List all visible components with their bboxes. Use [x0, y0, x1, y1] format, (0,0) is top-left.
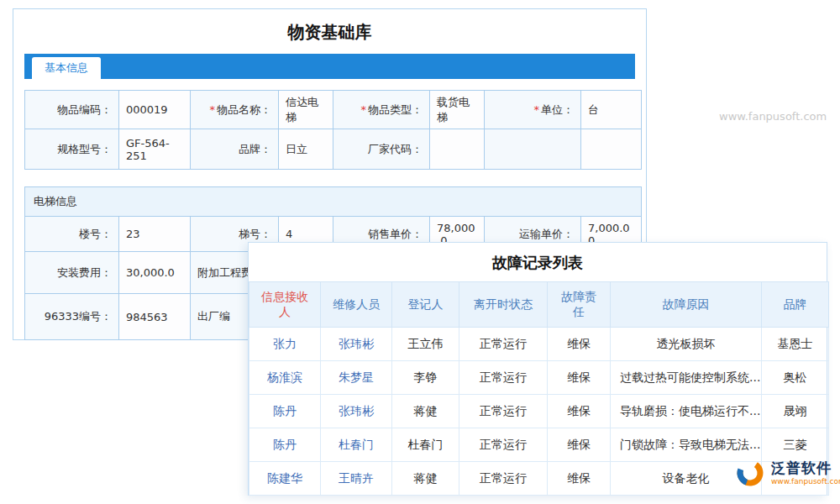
repairer-link[interactable]: 杜春门	[321, 428, 392, 462]
basic-row-1: 物品编码： 000019 *物品名称： 信达电梯 *物品类型： 载货电梯 *单位…	[25, 91, 642, 129]
code96333-label: 96333编号：	[25, 294, 119, 340]
leave-status-cell: 正常运行	[459, 462, 548, 496]
col-header-responsibility: 故障责任	[548, 282, 611, 328]
brand-cell: 晟翊	[762, 395, 829, 428]
elevator-section-title: 电梯信息	[25, 187, 642, 217]
cause-cell: 导轨磨损：使电梯运行不...	[611, 395, 762, 428]
spec-model-label: 规格型号：	[25, 129, 119, 170]
vendor-code-label: 厂家代码：	[333, 129, 430, 170]
repairer-link[interactable]: 张玮彬	[321, 395, 392, 428]
col-header-brand: 品牌	[762, 282, 829, 328]
fault-row: 杨淮滨 朱梦星 李铮 正常运行 维保 过载过热可能使控制系统... 奥松	[249, 361, 829, 395]
watermark-text: www.fanpusoft.com	[719, 110, 827, 123]
label-text: 安装费用：	[57, 266, 112, 279]
label-text: 单位：	[541, 103, 574, 116]
tab-basic-info[interactable]: 基本信息	[32, 57, 101, 79]
cause-cell: 过载过热可能使控制系统...	[611, 361, 762, 395]
label-text: 规格型号：	[57, 143, 112, 155]
col-header-receiver: 信息接收人	[249, 282, 321, 328]
label-text: 梯号：	[239, 228, 271, 240]
basic-row-2: 规格型号： GF-564-251 品牌： 日立 厂家代码：	[25, 129, 642, 170]
responsibility-cell: 维保	[548, 361, 611, 395]
col-header-registrar: 登记人	[392, 282, 459, 328]
brand-site: www.fanpusoft.com	[771, 477, 840, 486]
required-marker: *	[210, 103, 216, 116]
required-marker: *	[534, 103, 540, 116]
spec-model-value: GF-564-251	[119, 129, 191, 170]
elevator-section-header: 电梯信息	[25, 187, 642, 217]
install-fee-value: 30,000.0	[119, 252, 191, 294]
leave-status-cell: 正常运行	[459, 395, 548, 428]
required-marker: *	[361, 103, 367, 116]
receiver-link[interactable]: 张力	[249, 328, 321, 361]
fanpu-logo-icon	[734, 457, 766, 489]
label-text: 厂家代码：	[368, 143, 423, 155]
leave-status-cell: 正常运行	[459, 328, 548, 361]
item-type-label: *物品类型：	[333, 91, 430, 129]
repairer-link[interactable]: 张玮彬	[321, 328, 392, 361]
responsibility-cell: 维保	[548, 428, 611, 462]
label-text: 物品类型：	[368, 103, 423, 116]
label-text: 物品名称：	[217, 103, 271, 116]
unit-label: *单位：	[485, 91, 581, 129]
col-header-leave-status: 离开时状态	[459, 282, 548, 328]
unit-value: 台	[581, 91, 642, 129]
label-text: 楼号：	[79, 228, 112, 240]
material-panel-title: 物资基础库	[13, 9, 646, 54]
fanpu-logo: 泛普软件 www.fanpusoft.com	[734, 457, 840, 489]
empty-label-cell	[485, 129, 581, 170]
brand-name: 泛普软件	[771, 460, 840, 477]
responsibility-cell: 维保	[548, 462, 611, 496]
label-text: 品牌：	[239, 143, 271, 155]
receiver-link[interactable]: 陈丹	[249, 395, 321, 428]
registrar-cell: 李铮	[392, 361, 459, 395]
empty-value-cell	[581, 129, 642, 170]
fault-table-header-row: 信息接收人 维修人员 登记人 离开时状态 故障责任 故障原因 品牌	[249, 282, 829, 328]
cause-cell: 透光板损坏	[611, 328, 762, 361]
building-no-label: 楼号：	[25, 217, 119, 252]
basic-info-table: 物品编码： 000019 *物品名称： 信达电梯 *物品类型： 载货电梯 *单位…	[24, 90, 642, 170]
label-text: 96333编号：	[45, 310, 112, 323]
registrar-cell: 王立伟	[392, 328, 459, 361]
item-type-value: 载货电梯	[430, 91, 485, 129]
label-text: 运输单价：	[519, 228, 574, 240]
label-text: 物品编码：	[57, 103, 112, 116]
brand-value: 日立	[279, 129, 333, 170]
responsibility-cell: 维保	[548, 328, 611, 361]
responsibility-cell: 维保	[548, 395, 611, 428]
repairer-link[interactable]: 王晴卉	[321, 462, 392, 496]
registrar-cell: 蒋健	[392, 395, 459, 428]
material-tabbar: 基本信息	[24, 54, 635, 79]
label-text: 销售单价：	[368, 228, 423, 240]
fault-panel-title: 故障记录列表	[249, 243, 827, 281]
item-name-value: 信达电梯	[279, 91, 333, 129]
receiver-link[interactable]: 陈丹	[249, 428, 321, 462]
fault-row: 张力 张玮彬 王立伟 正常运行 维保 透光板损坏 基恩士	[249, 328, 829, 361]
col-header-repairer: 维修人员	[321, 282, 392, 328]
brand-text-block: 泛普软件 www.fanpusoft.com	[771, 460, 840, 486]
registrar-cell: 蒋健	[392, 462, 459, 496]
vendor-code-value	[430, 129, 485, 170]
item-name-label: *物品名称：	[191, 91, 279, 129]
item-code-label: 物品编码：	[25, 91, 119, 129]
brand-label: 品牌：	[191, 129, 279, 170]
item-code-value: 000019	[119, 91, 191, 129]
label-text: 附加工程费	[197, 266, 252, 279]
code96333-value: 984563	[119, 294, 191, 340]
receiver-link[interactable]: 杨淮滨	[249, 361, 321, 395]
install-fee-label: 安装费用：	[25, 252, 119, 294]
brand-cell: 基恩士	[762, 328, 829, 361]
brand-cell: 奥松	[762, 361, 829, 395]
fault-row: 陈丹 张玮彬 蒋健 正常运行 维保 导轨磨损：使电梯运行不... 晟翊	[249, 395, 829, 428]
registrar-cell: 杜春门	[392, 428, 459, 462]
col-header-cause: 故障原因	[611, 282, 762, 328]
repairer-link[interactable]: 朱梦星	[321, 361, 392, 395]
leave-status-cell: 正常运行	[459, 428, 548, 462]
receiver-link[interactable]: 陈建华	[249, 462, 321, 496]
building-no-value: 23	[119, 217, 191, 252]
leave-status-cell: 正常运行	[459, 361, 548, 395]
label-text: 出厂编	[197, 310, 230, 323]
screen: 物资基础库 基本信息 物品编码： 000019 *物品名称： 信达电梯 *物品类…	[0, 0, 840, 504]
